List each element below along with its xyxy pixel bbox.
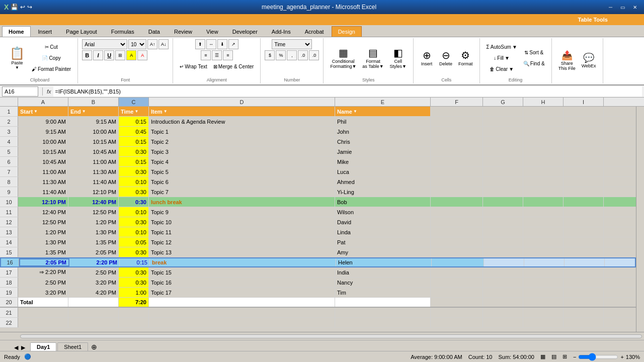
cell-a21[interactable] [18, 308, 68, 317]
cell-a3[interactable]: 9:15 AM [18, 127, 68, 136]
sheet-tab-add[interactable]: ⊕ [91, 343, 97, 351]
cell-e15[interactable]: Amy [335, 247, 431, 257]
cell-b18[interactable]: 3:20 PM [68, 278, 119, 287]
cell-a7[interactable]: 11:00 AM [18, 167, 68, 176]
tab-design[interactable]: Design [332, 26, 362, 37]
cell-c13[interactable]: 0:10 [119, 227, 149, 237]
cell-a9[interactable]: 11:40 AM [18, 187, 68, 197]
cell-b7[interactable]: 11:30 AM [68, 167, 119, 176]
row-header-17[interactable]: 17 [0, 267, 18, 277]
align-right-button[interactable]: ≡ [223, 50, 233, 60]
align-center-button[interactable]: ☰ [212, 50, 222, 60]
cell-g9[interactable] [483, 187, 523, 197]
cell-c16[interactable]: 0:15 [120, 258, 150, 266]
row-header-6[interactable]: 6 [0, 157, 18, 166]
row-header-10[interactable]: 10 [0, 197, 18, 207]
cell-d22[interactable] [149, 318, 335, 327]
bold-button[interactable]: B [82, 50, 92, 60]
align-top-button[interactable]: ⬆ [195, 39, 205, 49]
webex-button[interactable]: 💬 WebEx [579, 45, 599, 75]
cell-h21[interactable] [523, 308, 564, 317]
cell-a6[interactable]: 10:45 AM [18, 157, 68, 166]
cell-b12[interactable]: 1:20 PM [68, 217, 119, 227]
clear-button[interactable]: 🗑Clear▼ [484, 64, 520, 74]
cell-i15[interactable] [564, 247, 604, 257]
cell-f7[interactable] [431, 167, 483, 176]
cut-button[interactable]: ✂ Cut [29, 42, 73, 52]
row-header-4[interactable]: 4 [0, 137, 18, 146]
cell-e9[interactable]: Yi-Ling [335, 187, 431, 197]
cell-h13[interactable] [523, 227, 564, 237]
cell-d17[interactable]: Topic 15 [149, 267, 335, 277]
cell-b11[interactable]: 12:50 PM [68, 207, 119, 217]
cell-g5[interactable] [483, 147, 523, 156]
cell-h16[interactable] [524, 258, 565, 266]
quick-access-redo[interactable]: ↪ [27, 4, 32, 11]
cell-h7[interactable] [523, 167, 564, 176]
row-header-16[interactable]: 16 [1, 258, 19, 266]
tab-insert[interactable]: Insert [32, 26, 59, 37]
title-bar-controls[interactable]: ─ ▭ ✕ [606, 4, 640, 11]
cell-b17[interactable]: 2:50 PM [68, 267, 119, 277]
cell-c10[interactable]: 0:30 [119, 197, 149, 207]
cell-d14[interactable]: Topic 12 [149, 237, 335, 247]
row-header-15[interactable]: 15 [0, 247, 18, 257]
underline-button[interactable]: U [104, 50, 114, 60]
cell-i19[interactable] [564, 288, 604, 297]
cell-d3[interactable]: Topic 1 [149, 127, 335, 136]
cell-d13[interactable]: Topic 11 [149, 227, 335, 237]
cell-a1[interactable]: Start ▼ [18, 107, 68, 116]
formula-input[interactable] [53, 86, 642, 97]
cell-e16[interactable]: Helen [336, 258, 432, 266]
cell-h10[interactable] [523, 197, 564, 207]
cell-c5[interactable]: 0:30 [119, 147, 149, 156]
tab-review[interactable]: Review [168, 26, 199, 37]
cell-i18[interactable] [564, 278, 604, 287]
text-angle-button[interactable]: ↗ [228, 39, 238, 49]
cell-d4[interactable]: Topic 2 [149, 137, 335, 146]
cell-c20[interactable]: 7:20 [119, 298, 149, 307]
cell-d11[interactable]: Topic 9 [149, 207, 335, 217]
cell-a19[interactable]: 3:20 PM [18, 288, 68, 297]
cell-b8[interactable]: 11:40 AM [68, 177, 119, 187]
cell-g11[interactable] [483, 207, 523, 217]
cell-d16[interactable]: break [150, 258, 336, 266]
cell-f15[interactable] [431, 247, 483, 257]
col-header-i[interactable]: I [564, 98, 604, 106]
cell-c6[interactable]: 0:15 [119, 157, 149, 166]
cell-a20[interactable]: Total [18, 298, 68, 307]
cell-h11[interactable] [523, 207, 564, 217]
cell-d18[interactable]: Topic 16 [149, 278, 335, 287]
cell-h17[interactable] [523, 267, 564, 277]
cell-c21[interactable] [119, 308, 149, 317]
cell-g18[interactable] [483, 278, 523, 287]
tab-home[interactable]: Home [2, 26, 31, 37]
row-header-11[interactable]: 11 [0, 207, 18, 217]
paste-button[interactable]: 📋 Paste ▼ [6, 43, 28, 73]
row-header-21[interactable]: 21 [0, 308, 18, 317]
number-format-select[interactable]: Time [272, 39, 312, 49]
cell-e17[interactable]: India [335, 267, 431, 277]
cell-c14[interactable]: 0:05 [119, 237, 149, 247]
cell-e2[interactable]: Phil [335, 117, 431, 126]
row-header-5[interactable]: 5 [0, 147, 18, 156]
align-bottom-button[interactable]: ⬇ [217, 39, 227, 49]
cell-b16[interactable]: 2:20 PM [69, 258, 120, 266]
cell-e5[interactable]: Jamie [335, 147, 431, 156]
cell-d8[interactable]: Topic 6 [149, 177, 335, 187]
cell-c18[interactable]: 0:30 [119, 278, 149, 287]
cell-f17[interactable] [431, 267, 483, 277]
font-size-decrease[interactable]: A↓ [158, 39, 169, 49]
cell-a22[interactable] [18, 318, 68, 327]
name-box[interactable] [2, 86, 38, 97]
close-button[interactable]: ✕ [630, 4, 640, 11]
cell-g4[interactable] [483, 137, 523, 146]
cell-g20[interactable] [483, 298, 523, 307]
col-header-a[interactable]: A [18, 98, 68, 106]
auto-sum-button[interactable]: ΣAutoSum▼ [484, 42, 520, 52]
insert-button[interactable]: ⊕ Insert [418, 43, 436, 73]
cell-f18[interactable] [431, 278, 483, 287]
cell-g13[interactable] [483, 227, 523, 237]
col-header-f[interactable]: F [431, 98, 483, 106]
cell-e8[interactable]: Ahmed [335, 177, 431, 187]
